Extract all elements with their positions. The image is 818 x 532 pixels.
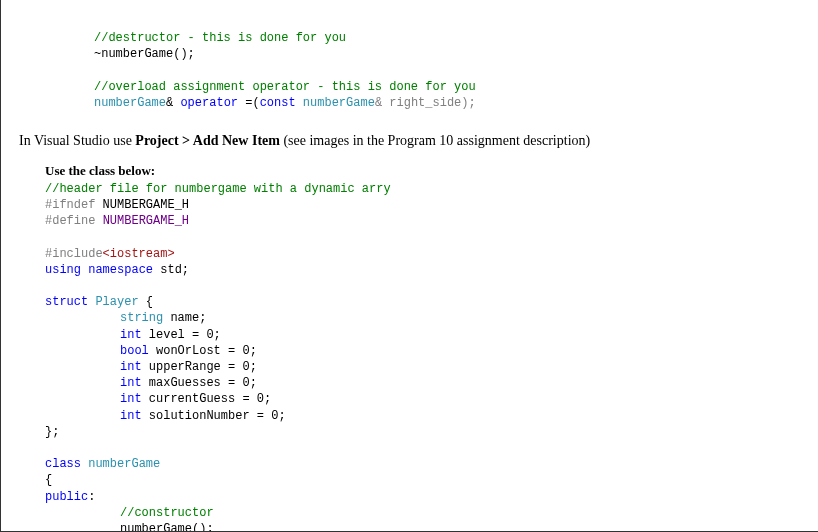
code-block: Use the class below: //header file for n… [19, 163, 800, 532]
instruction-suffix: (see images in the Program 10 assignment… [280, 133, 590, 148]
using-std: std; [153, 263, 189, 277]
comment-text: //constructor [120, 506, 214, 520]
member-rest: name; [163, 311, 206, 325]
class-open-brace: { [45, 472, 800, 488]
member-rest: upperRange = 0; [142, 360, 257, 374]
open-brace: { [139, 295, 153, 309]
define-macro: NUMBERGAME_H [103, 214, 189, 228]
param-rest: & right_side); [375, 96, 476, 110]
define-kw: #define [45, 214, 95, 228]
struct-name: Player [88, 295, 138, 309]
member-type: int [120, 392, 142, 406]
return-type: numberGame [94, 96, 166, 110]
member-type: string [120, 311, 163, 325]
member-name: string name; [45, 310, 800, 326]
struct-close: }; [45, 424, 800, 440]
blank-line [45, 440, 800, 456]
comment-text: //destructor - this is done for you [94, 31, 346, 45]
member-maxguesses: int maxGuesses = 0; [45, 375, 800, 391]
member-upperrange: int upperRange = 0; [45, 359, 800, 375]
param-type: numberGame [303, 96, 375, 110]
const-kw: const [260, 96, 296, 110]
blank-line [45, 230, 800, 246]
member-rest: solutionNumber = 0; [142, 409, 286, 423]
include-kw: #include [45, 247, 103, 261]
overload-comment: //overload assignment operator - this is… [19, 79, 800, 95]
comment-text: //overload assignment operator - this is… [94, 80, 476, 94]
member-rest: level = 0; [142, 328, 221, 342]
eq-paren: =( [238, 96, 260, 110]
ifndef-name: NUMBERGAME_H [95, 198, 189, 212]
blank-line [45, 278, 800, 294]
ctor-comment: //constructor [45, 505, 800, 521]
member-type: int [120, 409, 142, 423]
destructor-comment: //destructor - this is done for you [19, 30, 800, 46]
public-colon: : [88, 490, 95, 504]
struct-decl: struct Player { [45, 294, 800, 310]
class-decl: class numberGame [45, 456, 800, 472]
instruction-prefix: In Visual Studio use [19, 133, 135, 148]
class-kw: class [45, 457, 81, 471]
menu-path: Project > Add New Item [135, 133, 280, 148]
ifndef-kw: #ifndef [45, 198, 95, 212]
member-type: int [120, 360, 142, 374]
member-type: bool [120, 344, 149, 358]
define-space [95, 214, 102, 228]
struct-kw: struct [45, 295, 88, 309]
using-kw: using [45, 263, 81, 277]
member-rest: wonOrLost = 0; [149, 344, 257, 358]
class-name: numberGame [81, 457, 160, 471]
member-solutionnumber: int solutionNumber = 0; [45, 408, 800, 424]
overload-line: numberGame& operator =(const numberGame&… [19, 95, 800, 111]
include-line: #include<iostream> [45, 246, 800, 262]
destructor-line: ~numberGame(); [19, 46, 800, 62]
define-line: #define NUMBERGAME_H [45, 213, 800, 229]
member-rest: currentGuess = 0; [142, 392, 272, 406]
member-currentguess: int currentGuess = 0; [45, 391, 800, 407]
member-type: int [120, 376, 142, 390]
using-line: using namespace std; [45, 262, 800, 278]
header-comment: //header file for numbergame with a dyna… [45, 181, 800, 197]
namespace-kw: namespace [81, 263, 153, 277]
blank-line [19, 62, 800, 78]
amp: & [166, 96, 180, 110]
member-rest: maxGuesses = 0; [142, 376, 257, 390]
public-line: public: [45, 489, 800, 505]
space [296, 96, 303, 110]
use-class-heading: Use the class below: [45, 163, 800, 179]
ctor-line: numberGame(); [45, 521, 800, 532]
public-kw: public [45, 490, 88, 504]
member-level: int level = 0; [45, 327, 800, 343]
comment-text: //header file for numbergame with a dyna… [45, 182, 391, 196]
member-type: int [120, 328, 142, 342]
include-val: <iostream> [103, 247, 175, 261]
instruction-text: In Visual Studio use Project > Add New I… [19, 133, 800, 149]
member-wonorlost: bool wonOrLost = 0; [45, 343, 800, 359]
ifndef-line: #ifndef NUMBERGAME_H [45, 197, 800, 213]
operator-kw: operator [180, 96, 238, 110]
